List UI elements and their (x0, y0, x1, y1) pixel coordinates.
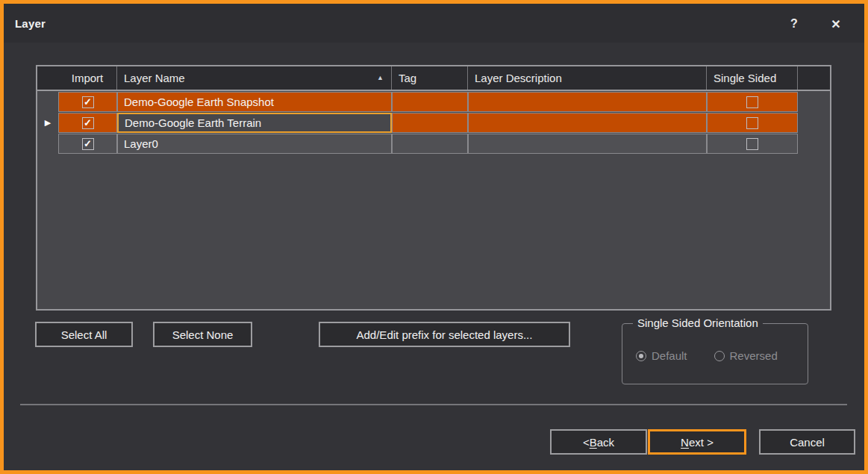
back-button[interactable]: < Back (550, 429, 647, 455)
column-header-layer-description[interactable]: Layer Description (468, 66, 707, 90)
row-selector-cell[interactable]: ▶ (37, 113, 58, 133)
sort-ascending-icon: ▲ (377, 66, 384, 90)
column-header-layer-name[interactable]: Layer Name ▲ (117, 66, 392, 90)
radio-reversed[interactable]: Reversed (714, 349, 778, 362)
select-none-button[interactable]: Select None (153, 322, 252, 347)
row-filler (798, 92, 830, 112)
table-row[interactable]: ✓ Layer0 (37, 134, 830, 154)
single-sided-orientation-group: Single Sided Orientation Default Reverse… (622, 323, 808, 384)
help-icon[interactable]: ? (784, 14, 805, 34)
close-icon[interactable]: ✕ (825, 14, 846, 34)
import-cell: ✓ (58, 92, 117, 112)
column-header-import[interactable]: Import (58, 66, 117, 90)
single-sided-checkbox-unchecked[interactable] (746, 117, 758, 129)
radio-default-circle (636, 351, 646, 361)
radio-default[interactable]: Default (636, 349, 687, 362)
column-header-single-sided[interactable]: Single Sided (707, 66, 798, 90)
import-checkbox-checked[interactable]: ✓ (82, 138, 94, 150)
tag-cell[interactable] (392, 113, 468, 133)
table-body: ✓ Demo-Google Earth Snapshot ▶ ✓ (37, 91, 830, 154)
single-sided-checkbox-unchecked[interactable] (746, 96, 758, 108)
layer-description-cell[interactable] (468, 134, 707, 154)
row-selector-cell[interactable] (37, 92, 58, 112)
current-row-indicator-icon: ▶ (45, 119, 51, 127)
tag-cell[interactable] (392, 134, 468, 154)
import-checkbox-checked[interactable]: ✓ (82, 96, 94, 108)
single-sided-cell (707, 113, 798, 133)
dialog-title: Layer (15, 17, 46, 30)
layer-name-cell[interactable]: Demo-Google Earth Snapshot (117, 92, 392, 112)
cancel-button[interactable]: Cancel (759, 429, 855, 455)
row-selector-cell[interactable] (37, 134, 58, 154)
table-row[interactable]: ▶ ✓ Demo-Google Earth Terrain (37, 113, 830, 133)
tag-cell[interactable] (392, 92, 468, 112)
single-sided-checkbox-unchecked[interactable] (746, 138, 758, 150)
single-sided-cell (707, 134, 798, 154)
title-bar: Layer ? ✕ (4, 4, 864, 43)
layer-name-cell[interactable]: Layer0 (117, 134, 392, 154)
select-all-button[interactable]: Select All (35, 322, 133, 347)
table-row[interactable]: ✓ Demo-Google Earth Snapshot (37, 92, 830, 112)
layer-dialog: Layer ? ✕ Import Layer Name ▲ Tag Layer … (0, 0, 868, 474)
layer-table: Import Layer Name ▲ Tag Layer Descriptio… (36, 65, 831, 311)
row-filler (798, 113, 830, 133)
import-cell: ✓ (58, 113, 117, 133)
add-edit-prefix-button[interactable]: Add/Edit prefix for selected layers... (319, 322, 570, 347)
layer-name-cell-current[interactable]: Demo-Google Earth Terrain (117, 113, 392, 133)
row-filler (798, 134, 830, 154)
radio-default-label: Default (652, 349, 687, 362)
single-sided-cell (707, 92, 798, 112)
layer-description-cell[interactable] (468, 92, 707, 112)
group-label: Single Sided Orientation (633, 316, 763, 329)
column-header-tag[interactable]: Tag (392, 66, 468, 90)
import-checkbox-checked[interactable]: ✓ (82, 117, 94, 129)
next-button[interactable]: Next > (648, 429, 746, 455)
header-filler (798, 66, 830, 90)
layer-description-cell[interactable] (468, 113, 707, 133)
table-header-row: Import Layer Name ▲ Tag Layer Descriptio… (37, 66, 830, 91)
row-selector-header (37, 66, 58, 90)
import-cell: ✓ (58, 134, 117, 154)
radio-reversed-circle (714, 351, 725, 361)
footer-separator (20, 404, 847, 405)
radio-reversed-label: Reversed (730, 349, 778, 362)
